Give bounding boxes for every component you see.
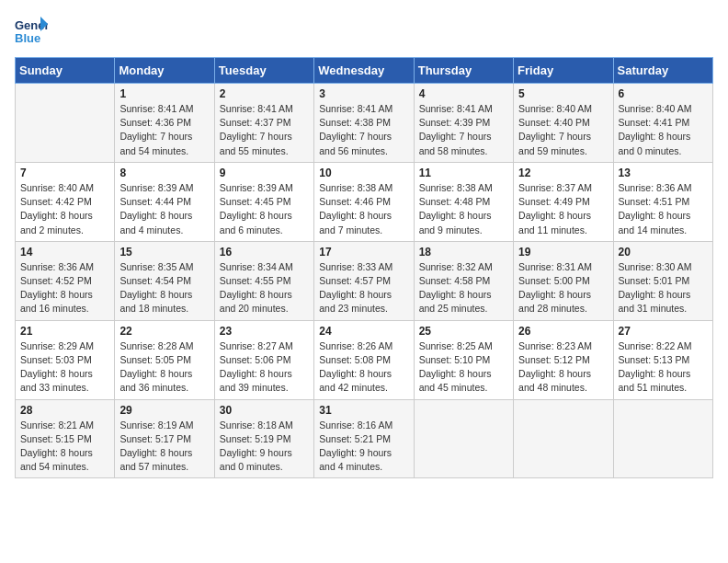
day-number: 6 [619, 87, 708, 100]
calendar-cell: 9Sunrise: 8:39 AM Sunset: 4:45 PM Daylig… [214, 162, 313, 241]
day-number: 21 [20, 325, 109, 338]
day-detail: Sunrise: 8:19 AM Sunset: 5:17 PM Dayligh… [119, 419, 209, 475]
calendar-week-row: 14Sunrise: 8:36 AM Sunset: 4:52 PM Dayli… [16, 241, 713, 320]
calendar-cell: 3Sunrise: 8:41 AM Sunset: 4:38 PM Daylig… [314, 84, 414, 163]
calendar-cell: 19Sunrise: 8:31 AM Sunset: 5:00 PM Dayli… [514, 241, 613, 320]
calendar-cell: 15Sunrise: 8:35 AM Sunset: 4:54 PM Dayli… [115, 241, 214, 320]
day-detail: Sunrise: 8:28 AM Sunset: 5:05 PM Dayligh… [119, 339, 209, 396]
calendar-cell: 10Sunrise: 8:38 AM Sunset: 4:46 PM Dayli… [314, 162, 414, 241]
day-number: 30 [220, 404, 309, 417]
calendar-cell: 17Sunrise: 8:33 AM Sunset: 4:57 PM Dayli… [314, 241, 414, 320]
calendar-cell: 4Sunrise: 8:41 AM Sunset: 4:39 PM Daylig… [414, 84, 513, 163]
calendar-cell: 25Sunrise: 8:25 AM Sunset: 5:10 PM Dayli… [414, 320, 513, 399]
calendar-cell: 27Sunrise: 8:22 AM Sunset: 5:13 PM Dayli… [613, 320, 712, 399]
day-detail: Sunrise: 8:22 AM Sunset: 5:13 PM Dayligh… [619, 339, 708, 396]
calendar-cell: 2Sunrise: 8:41 AM Sunset: 4:37 PM Daylig… [214, 84, 313, 163]
calendar-cell: 18Sunrise: 8:32 AM Sunset: 4:58 PM Dayli… [414, 241, 513, 320]
day-detail: Sunrise: 8:39 AM Sunset: 4:44 PM Dayligh… [119, 181, 209, 237]
calendar-cell: 5Sunrise: 8:40 AM Sunset: 4:40 PM Daylig… [514, 84, 613, 163]
day-number: 18 [419, 246, 508, 259]
calendar-body: 1Sunrise: 8:41 AM Sunset: 4:36 PM Daylig… [16, 84, 713, 478]
day-number: 23 [220, 325, 309, 338]
day-detail: Sunrise: 8:31 AM Sunset: 5:00 PM Dayligh… [518, 260, 608, 316]
day-detail: Sunrise: 8:18 AM Sunset: 5:19 PM Dayligh… [220, 419, 309, 475]
day-detail: Sunrise: 8:30 AM Sunset: 5:01 PM Dayligh… [619, 260, 708, 316]
day-detail: Sunrise: 8:33 AM Sunset: 4:57 PM Dayligh… [319, 260, 408, 316]
day-number: 1 [119, 87, 209, 100]
calendar-week-row: 1Sunrise: 8:41 AM Sunset: 4:36 PM Daylig… [16, 84, 713, 163]
calendar-cell: 13Sunrise: 8:36 AM Sunset: 4:51 PM Dayli… [613, 162, 712, 241]
day-detail: Sunrise: 8:40 AM Sunset: 4:40 PM Dayligh… [518, 102, 608, 158]
day-detail: Sunrise: 8:26 AM Sunset: 5:08 PM Dayligh… [319, 339, 408, 396]
day-detail: Sunrise: 8:29 AM Sunset: 5:03 PM Dayligh… [20, 339, 109, 396]
day-number: 22 [119, 325, 209, 338]
calendar-cell: 21Sunrise: 8:29 AM Sunset: 5:03 PM Dayli… [16, 320, 115, 399]
day-detail: Sunrise: 8:40 AM Sunset: 4:42 PM Dayligh… [20, 181, 109, 237]
day-number: 3 [319, 87, 408, 100]
day-number: 5 [518, 87, 608, 100]
calendar-cell: 23Sunrise: 8:27 AM Sunset: 5:06 PM Dayli… [214, 320, 313, 399]
day-number: 15 [119, 246, 209, 259]
calendar-cell [16, 84, 115, 163]
col-header-monday: Monday [115, 58, 214, 84]
day-number: 9 [220, 167, 309, 179]
col-header-thursday: Thursday [414, 58, 513, 84]
calendar-cell [414, 399, 513, 478]
day-detail: Sunrise: 8:41 AM Sunset: 4:38 PM Dayligh… [319, 102, 408, 158]
svg-text:Blue: Blue [15, 31, 40, 45]
day-detail: Sunrise: 8:39 AM Sunset: 4:45 PM Dayligh… [220, 181, 309, 237]
day-number: 11 [419, 167, 508, 179]
day-number: 14 [20, 246, 109, 259]
day-detail: Sunrise: 8:40 AM Sunset: 4:41 PM Dayligh… [619, 102, 708, 158]
day-number: 28 [20, 404, 109, 417]
calendar-cell [613, 399, 712, 478]
calendar-week-row: 21Sunrise: 8:29 AM Sunset: 5:03 PM Dayli… [16, 320, 713, 399]
calendar-cell: 7Sunrise: 8:40 AM Sunset: 4:42 PM Daylig… [16, 162, 115, 241]
day-number: 8 [119, 167, 209, 179]
day-detail: Sunrise: 8:41 AM Sunset: 4:39 PM Dayligh… [419, 102, 508, 158]
col-header-sunday: Sunday [16, 58, 115, 84]
day-number: 20 [619, 246, 708, 259]
day-detail: Sunrise: 8:37 AM Sunset: 4:49 PM Dayligh… [518, 181, 608, 237]
day-number: 19 [518, 246, 608, 259]
calendar-header-row: SundayMondayTuesdayWednesdayThursdayFrid… [16, 58, 713, 84]
day-detail: Sunrise: 8:23 AM Sunset: 5:12 PM Dayligh… [518, 339, 608, 396]
calendar-cell: 29Sunrise: 8:19 AM Sunset: 5:17 PM Dayli… [115, 399, 214, 478]
calendar-table: SundayMondayTuesdayWednesdayThursdayFrid… [15, 57, 713, 478]
day-number: 25 [419, 325, 508, 338]
calendar-cell: 22Sunrise: 8:28 AM Sunset: 5:05 PM Dayli… [115, 320, 214, 399]
day-detail: Sunrise: 8:38 AM Sunset: 4:46 PM Dayligh… [319, 181, 408, 237]
calendar-cell: 20Sunrise: 8:30 AM Sunset: 5:01 PM Dayli… [613, 241, 712, 320]
col-header-friday: Friday [514, 58, 613, 84]
logo-icon: General Blue [15, 15, 48, 48]
page-header: General Blue [15, 15, 713, 48]
day-detail: Sunrise: 8:35 AM Sunset: 4:54 PM Dayligh… [119, 260, 209, 316]
calendar-week-row: 7Sunrise: 8:40 AM Sunset: 4:42 PM Daylig… [16, 162, 713, 241]
day-number: 12 [518, 167, 608, 179]
day-detail: Sunrise: 8:38 AM Sunset: 4:48 PM Dayligh… [419, 181, 508, 237]
calendar-cell [514, 399, 613, 478]
calendar-cell: 28Sunrise: 8:21 AM Sunset: 5:15 PM Dayli… [16, 399, 115, 478]
day-number: 24 [319, 325, 408, 338]
day-detail: Sunrise: 8:41 AM Sunset: 4:36 PM Dayligh… [119, 102, 209, 158]
day-number: 17 [319, 246, 408, 259]
calendar-cell: 30Sunrise: 8:18 AM Sunset: 5:19 PM Dayli… [214, 399, 313, 478]
day-detail: Sunrise: 8:25 AM Sunset: 5:10 PM Dayligh… [419, 339, 508, 396]
day-number: 27 [619, 325, 708, 338]
calendar-cell: 1Sunrise: 8:41 AM Sunset: 4:36 PM Daylig… [115, 84, 214, 163]
day-detail: Sunrise: 8:32 AM Sunset: 4:58 PM Dayligh… [419, 260, 508, 316]
day-number: 29 [119, 404, 209, 417]
day-number: 4 [419, 87, 508, 100]
calendar-cell: 8Sunrise: 8:39 AM Sunset: 4:44 PM Daylig… [115, 162, 214, 241]
day-number: 10 [319, 167, 408, 179]
calendar-cell: 24Sunrise: 8:26 AM Sunset: 5:08 PM Dayli… [314, 320, 414, 399]
day-detail: Sunrise: 8:36 AM Sunset: 4:52 PM Dayligh… [20, 260, 109, 316]
calendar-cell: 26Sunrise: 8:23 AM Sunset: 5:12 PM Dayli… [514, 320, 613, 399]
day-detail: Sunrise: 8:27 AM Sunset: 5:06 PM Dayligh… [220, 339, 309, 396]
calendar-cell: 16Sunrise: 8:34 AM Sunset: 4:55 PM Dayli… [214, 241, 313, 320]
calendar-cell: 14Sunrise: 8:36 AM Sunset: 4:52 PM Dayli… [16, 241, 115, 320]
logo: General Blue [15, 15, 51, 48]
col-header-wednesday: Wednesday [314, 58, 414, 84]
day-detail: Sunrise: 8:34 AM Sunset: 4:55 PM Dayligh… [220, 260, 309, 316]
day-number: 26 [518, 325, 608, 338]
